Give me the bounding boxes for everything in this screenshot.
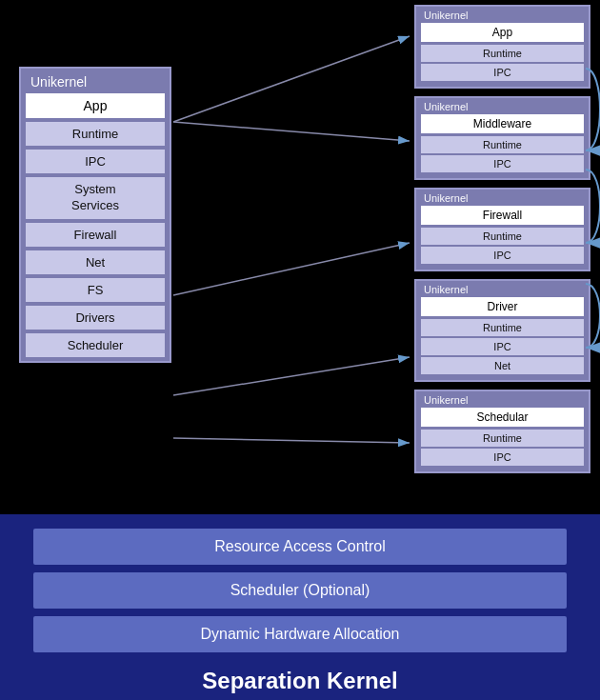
right-box-app: Unikernel App Runtime IPC (414, 5, 590, 89)
kernel-area: Resource Access Control Scheduler (Optio… (0, 514, 600, 700)
hardware-allocation-bar: Dynamic Hardware Allocation (33, 616, 567, 652)
rb1-runtime: Runtime (421, 45, 584, 62)
right-box-driver: Unikernel Driver Runtime IPC Net (414, 279, 590, 382)
rb3-runtime: Runtime (421, 228, 584, 245)
rb3-ipc: IPC (421, 247, 584, 264)
main-container: Unikernel App Runtime IPC SystemServices… (0, 0, 600, 700)
rb2-ipc: IPC (421, 155, 584, 172)
rb2-runtime: Runtime (421, 136, 584, 153)
rb4-runtime: Runtime (421, 319, 584, 336)
rb3-title: Unikernel (416, 190, 589, 206)
left-app-row: App (26, 93, 165, 118)
rb1-title: Unikernel (416, 7, 589, 23)
svg-line-3 (173, 122, 410, 141)
left-unikernel-box: Unikernel App Runtime IPC SystemServices… (19, 67, 171, 363)
rb2-title: Unikernel (416, 98, 589, 114)
right-box-middleware: Unikernel Middleware Runtime IPC (414, 96, 590, 180)
right-boxes-container: Unikernel App Runtime IPC Unikernel Midd… (414, 5, 590, 473)
left-fs: FS (26, 278, 165, 302)
rb5-app: Schedular (421, 408, 584, 427)
rb3-app: Firewall (421, 206, 584, 225)
left-drivers: Drivers (26, 306, 165, 330)
left-box-title: Unikernel (21, 69, 170, 93)
left-ipc: IPC (26, 150, 165, 173)
rb5-ipc: IPC (421, 449, 584, 466)
rb2-app: Middleware (421, 114, 584, 133)
left-system-services: SystemServices (26, 177, 165, 219)
left-runtime: Runtime (26, 122, 165, 146)
rb4-net: Net (421, 357, 584, 374)
svg-line-2 (173, 36, 410, 122)
right-box-firewall: Unikernel Firewall Runtime IPC (414, 188, 590, 271)
svg-line-4 (173, 243, 410, 295)
diagram-area: Unikernel App Runtime IPC SystemServices… (0, 0, 600, 514)
rb1-ipc: IPC (421, 64, 584, 81)
rb5-title: Unikernel (416, 391, 589, 408)
scheduler-bar: Scheduler (Optional) (33, 572, 567, 609)
rb4-ipc: IPC (421, 338, 584, 355)
left-firewall: Firewall (26, 223, 165, 247)
rb4-app: Driver (421, 297, 584, 316)
right-box-scheduler: Unikernel Schedular Runtime IPC (414, 390, 590, 473)
resource-access-bar: Resource Access Control (33, 529, 567, 565)
left-scheduler: Scheduler (26, 333, 165, 357)
svg-line-5 (173, 357, 410, 395)
svg-line-6 (173, 438, 410, 443)
separation-kernel-title: Separation Kernel (202, 668, 397, 694)
rb4-title: Unikernel (416, 281, 589, 297)
rb5-runtime: Runtime (421, 430, 584, 447)
left-net: Net (26, 250, 165, 274)
rb1-app: App (421, 23, 584, 42)
